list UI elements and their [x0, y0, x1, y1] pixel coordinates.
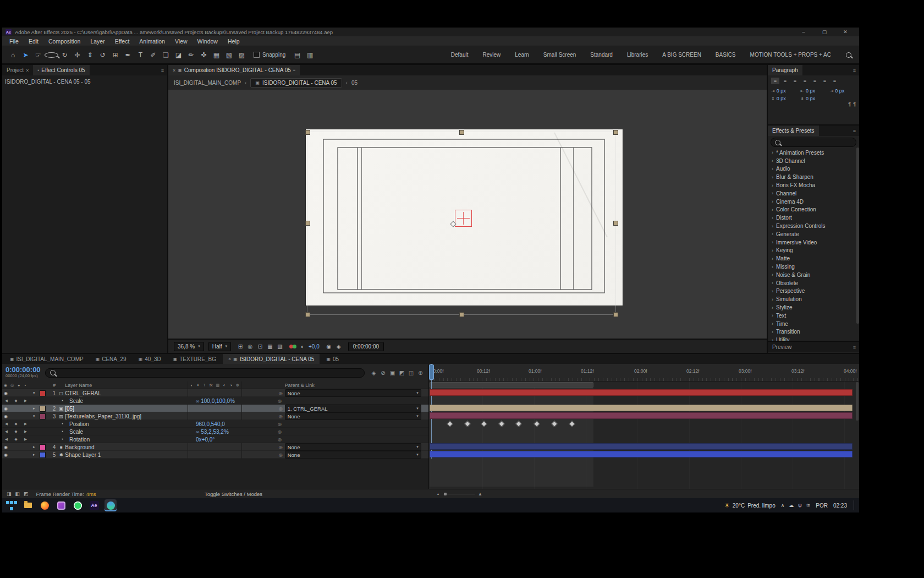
zoom-tool-icon[interactable] [45, 52, 58, 58]
add-keyframe-icon[interactable]: ◆ [15, 422, 18, 426]
tab-paragraph[interactable]: Paragraph [768, 65, 802, 75]
layer-duration-bar[interactable] [430, 443, 853, 450]
timeline-tab[interactable]: ▣40_3D [133, 354, 167, 364]
parent-link-dropdown[interactable]: None▾ [285, 451, 421, 459]
workspace-tab[interactable]: Libraries [627, 52, 648, 58]
exposure-icon[interactable]: ◐ [301, 343, 304, 350]
region-of-interest-icon[interactable]: ⊡ [255, 343, 265, 350]
layer-switches[interactable] [188, 443, 242, 451]
selection-handle[interactable] [459, 312, 464, 317]
timeline-property-row[interactable]: ◀◆▶◔Scale∞ 100,0,100,0%◎ [2, 397, 428, 405]
timeline-track-area[interactable]: 00:00f00:12f01:00f01:12f02:00f02:12f03:0… [429, 364, 859, 489]
property-pickwhip-icon[interactable]: ◎ [276, 422, 284, 427]
snapping-checkbox[interactable] [254, 52, 260, 58]
previous-keyframe-icon[interactable]: ◀ [5, 399, 8, 403]
layer-duration-bar[interactable] [430, 451, 853, 457]
selection-handle[interactable] [305, 221, 310, 226]
layer-label-swatch[interactable] [38, 390, 47, 396]
effects-category-row[interactable]: › Audio [768, 165, 859, 173]
property-name[interactable]: Rotation [69, 437, 196, 443]
orbit-camera-tool-icon[interactable]: ↻ [58, 52, 71, 58]
property-value[interactable]: 0x+0,0° [196, 437, 276, 443]
disclosure-arrow-icon[interactable]: › [772, 207, 773, 212]
disclosure-arrow-icon[interactable]: › [772, 313, 773, 318]
constrain-proportions-icon[interactable]: ∞ [196, 429, 199, 435]
breadcrumb-item[interactable]: 05 [351, 80, 358, 86]
align-left-icon[interactable]: ≡ [771, 78, 779, 84]
collapse-column-icon[interactable]: ✦ [195, 383, 201, 388]
zoom-in-mountain-icon[interactable]: ▲ [478, 492, 482, 497]
timeline-layer-row[interactable]: ◉▸4■Background◎None▾ [2, 443, 428, 451]
justify-last-center-icon[interactable]: ≡ [811, 78, 819, 84]
disclosure-arrow-icon[interactable]: › [772, 223, 773, 229]
align-panel-icon[interactable]: ▦ [210, 52, 223, 58]
paragraph-indent-field[interactable]: ⇥ 0 px [830, 88, 856, 94]
layer-duration-bar[interactable] [430, 389, 853, 396]
workspace-search-icon[interactable] [846, 52, 851, 58]
disclosure-arrow-icon[interactable]: › [772, 280, 773, 286]
disclosure-arrow-icon[interactable]: › [772, 215, 773, 221]
timeline-tab[interactable]: ▣ISI_DIGITAL_MAIN_COMP [4, 354, 89, 364]
pixel-aspect-correction-icon[interactable]: ▧ [275, 343, 285, 350]
weather-widget[interactable]: ☀ 20°C Pred. limpo [724, 502, 776, 509]
view-options-icon[interactable]: ▨ [235, 52, 248, 58]
timeline-ruler[interactable]: 00:00f00:12f01:00f01:12f02:00f02:12f03:0… [429, 364, 859, 381]
audio-column-icon[interactable]: ◎ [9, 383, 15, 388]
grid-options-icon[interactable]: ▧ [223, 52, 235, 58]
keyframe-navigator[interactable]: ◀◆▶ [2, 429, 30, 434]
layer-expander[interactable]: ▾ [30, 414, 38, 418]
disclosure-arrow-icon[interactable]: › [772, 183, 773, 188]
breadcrumb-item-active[interactable]: ▣ ISIDORO_DIGITAL - CENA 05 [250, 78, 342, 88]
disclosure-arrow-icon[interactable]: › [772, 329, 773, 335]
effects-scrollbar[interactable] [856, 148, 859, 324]
layer-visibility-toggle[interactable]: ◉ [2, 391, 9, 396]
effects-category-row[interactable]: › Missing [768, 263, 859, 271]
resolution-dropdown[interactable]: Half ▾ [208, 342, 231, 351]
effects-category-row[interactable]: › Distort [768, 214, 859, 222]
frame-blending-icon[interactable]: ◫ [406, 370, 416, 376]
close-tab-icon[interactable]: × [26, 68, 29, 73]
align-right-icon[interactable]: ≡ [791, 78, 799, 84]
effects-category-row[interactable]: › Boris FX Mocha [768, 181, 859, 189]
after-effects-taskbar-icon[interactable]: Ae [88, 499, 100, 511]
selection-handle[interactable] [613, 221, 618, 226]
property-name[interactable]: Scale [69, 398, 196, 404]
disclosure-arrow-icon[interactable]: › [772, 264, 773, 270]
language-indicator[interactable]: POR [816, 503, 828, 509]
maximize-button[interactable]: ▢ [814, 29, 835, 35]
effects-category-row[interactable]: › Expression Controls [768, 222, 859, 230]
justify-last-left-icon[interactable]: ≡ [801, 78, 809, 84]
timeline-scrollbar[interactable] [856, 382, 859, 421]
firefox-taskbar-icon[interactable] [38, 499, 51, 511]
effects-category-row[interactable]: › Generate [768, 230, 859, 238]
snapping-control[interactable]: Snapping [254, 52, 285, 58]
panel-menu-icon[interactable]: ≡ [158, 68, 167, 73]
workspace-tab[interactable]: A BIG SCREEN [662, 52, 701, 58]
layer-name[interactable]: [05] [65, 406, 188, 412]
disclosure-arrow-icon[interactable]: › [772, 190, 773, 196]
effects-category-row[interactable]: › Blur & Sharpen [768, 173, 859, 181]
timeline-tab[interactable]: ▣05 [321, 354, 344, 364]
tab-project[interactable]: Project × [2, 65, 33, 75]
type-tool-icon[interactable]: T [134, 52, 147, 58]
current-time-display[interactable]: 0:00:00:00 [6, 367, 41, 373]
parent-pickwhip-icon[interactable]: ◎ [277, 414, 285, 419]
3d-column-icon[interactable]: ⊕ [234, 383, 241, 388]
fx-column-icon[interactable]: fx [208, 383, 215, 387]
preview-time-display[interactable]: 0:00:00:00 [348, 342, 384, 351]
timeline-layer-row[interactable]: ◉▸2▣[05]◎1. CTRL_GERAL▾ [2, 405, 428, 412]
stopwatch-icon[interactable]: ◔ [61, 421, 69, 427]
menu-item[interactable]: Composition [43, 38, 85, 45]
solo-column-icon[interactable]: ● [15, 383, 22, 387]
add-keyframe-icon[interactable]: ◆ [15, 399, 18, 403]
disclosure-arrow-icon[interactable]: › [772, 231, 773, 237]
zoom-slider-track[interactable] [443, 494, 475, 494]
disclosure-arrow-icon[interactable]: › [772, 288, 773, 294]
menu-item[interactable]: View [170, 38, 193, 45]
parent-pickwhip-icon[interactable]: ◎ [277, 406, 285, 411]
effects-category-row[interactable]: › Cinema 4D [768, 198, 859, 206]
minimize-button[interactable]: – [793, 29, 814, 35]
selection-handle[interactable] [305, 312, 310, 317]
justify-last-right-icon[interactable]: ≡ [821, 78, 829, 84]
property-pickwhip-icon[interactable]: ◎ [276, 399, 284, 403]
